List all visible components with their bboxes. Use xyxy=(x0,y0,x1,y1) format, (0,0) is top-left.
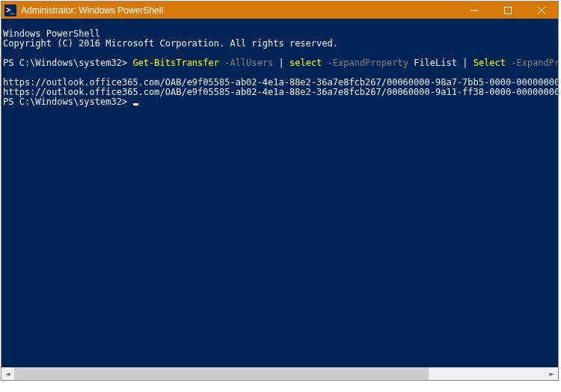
console-output[interactable]: Windows PowerShell Copyright (C) 2016 Mi… xyxy=(1,19,558,367)
scroll-thumb[interactable] xyxy=(14,367,429,380)
maximize-icon xyxy=(504,7,512,14)
close-button[interactable] xyxy=(524,1,558,19)
output-line: https://outlook.office365.com/OAB/e9f055… xyxy=(3,87,558,97)
window-title: Administrator: Windows PowerShell xyxy=(21,5,163,16)
parameter: -ExpandProperty xyxy=(328,58,408,68)
banner-line: Windows PowerShell xyxy=(3,28,100,39)
cmdlet: Select xyxy=(473,58,506,68)
minimize-icon xyxy=(470,7,478,14)
prompt-prefix: PS C:\Windows\system32> xyxy=(3,58,132,68)
scroll-track[interactable] xyxy=(14,367,545,380)
space xyxy=(284,58,289,68)
titlebar[interactable]: >_ Administrator: Windows PowerShell xyxy=(1,1,558,19)
parameter: -ExpandProperty xyxy=(511,58,558,68)
cursor xyxy=(133,103,138,105)
minimize-button[interactable] xyxy=(457,1,491,19)
cmdlet: Get-BitsTransfer xyxy=(132,58,219,68)
console-viewport: Windows PowerShell Copyright (C) 2016 Mi… xyxy=(1,19,558,367)
space xyxy=(468,58,473,68)
command-line: PS C:\Windows\system32> Get-BitsTransfer… xyxy=(3,58,558,68)
space xyxy=(322,58,327,68)
cmdlet: select xyxy=(289,58,322,68)
pipe: | xyxy=(278,58,283,68)
prompt-prefix: PS C:\Windows\system32> xyxy=(3,97,132,107)
scroll-left-button[interactable]: ◄ xyxy=(1,367,14,380)
powershell-icon: >_ xyxy=(4,4,16,16)
prompt-line: PS C:\Windows\system32> xyxy=(3,97,138,107)
parameter: -AllUsers xyxy=(224,58,273,68)
horizontal-scrollbar[interactable]: ◄ ► xyxy=(1,367,558,380)
powershell-window: >_ Administrator: Windows PowerShell Win… xyxy=(1,1,559,381)
svg-rect-1 xyxy=(504,7,511,13)
output-line: https://outlook.office365.com/OAB/e9f055… xyxy=(3,77,558,88)
banner-line: Copyright (C) 2016 Microsoft Corporation… xyxy=(3,38,338,49)
maximize-button[interactable] xyxy=(491,1,524,19)
close-icon xyxy=(538,7,545,14)
argument: FileList xyxy=(414,58,457,68)
scroll-right-button[interactable]: ► xyxy=(545,367,558,380)
